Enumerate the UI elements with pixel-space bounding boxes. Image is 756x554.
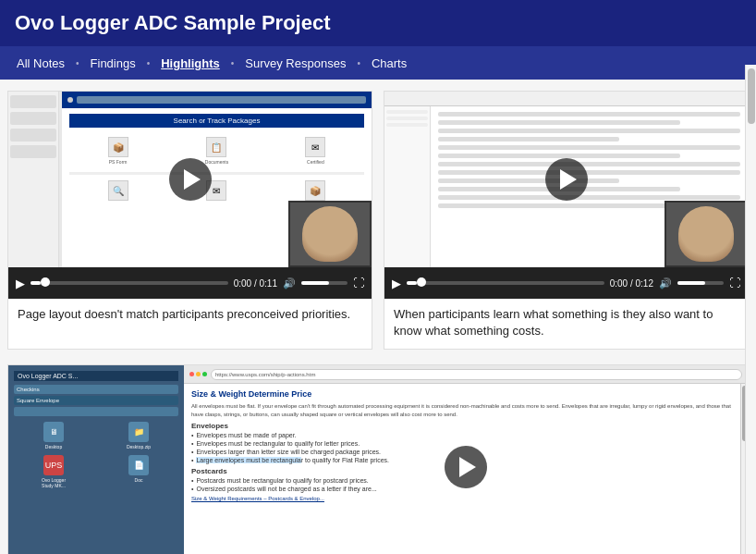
ctrl-progress-fill-2: [407, 281, 417, 285]
bc-subtitle-envelopes: Envelopes: [191, 422, 740, 430]
mock-search-bar: Search or Track Packages: [69, 114, 364, 128]
m2-line-6: [438, 154, 680, 158]
desktop-icon-1: 🖥 Desktop: [14, 422, 93, 449]
nav-findings[interactable]: Findings: [81, 49, 145, 78]
video-thumbnail-wide[interactable]: Ovo Logger ADC S... Checkins Square Enve…: [8, 365, 748, 554]
ctrl-volume-icon-2[interactable]: 🔊: [659, 277, 672, 289]
desktop-icon-2: 📁 Desktop.zip: [99, 422, 178, 449]
browser-url-text: https://www.usps.com/ship/p-actions.htm: [215, 372, 315, 377]
m2-line-7: [438, 162, 740, 166]
mock-icon-lbl-2: Documents: [205, 159, 228, 165]
nav-highlights[interactable]: Highlights: [152, 49, 229, 78]
mock2-header-bar: [384, 92, 748, 106]
video-thumbnail-2[interactable]: [384, 92, 748, 267]
ctrl-volume-icon-1[interactable]: 🔊: [283, 277, 296, 289]
video-card-1: Search or Track Packages 📦 PS Form 📋 Doc…: [7, 91, 372, 350]
webcam-face-1: [302, 206, 358, 262]
mock-icon-img-1: 📦: [108, 137, 128, 157]
desktop-app-title: Ovo Logger ADC S...: [14, 371, 178, 381]
ctrl-progress-bg-1[interactable]: [30, 281, 228, 285]
m2-line-11: [438, 195, 740, 200]
mock-icon-1: 📦 PS Form: [108, 137, 128, 165]
ctrl-progress-fill-1: [30, 281, 41, 285]
desktop-icon-3: UPS Ovo LoggerStudy MK...: [14, 455, 93, 488]
video-controls-2: ▶ 0:00 / 0:12 🔊 ⛶: [384, 267, 748, 299]
sidebar-item-2: [10, 112, 56, 125]
ctrl-progress-bg-2[interactable]: [407, 281, 604, 285]
mock-box: 📦: [305, 180, 325, 201]
m2-sidebar-l2: [386, 117, 428, 120]
ctrl-fullscreen-1[interactable]: ⛶: [353, 277, 364, 289]
bc-para-1: All envelopes must be flat. If your enve…: [191, 402, 740, 418]
desktop-icon-grid: 🖥 Desktop 📁 Desktop.zip UPS Ovo LoggerSt…: [14, 422, 178, 488]
browser-window: https://www.usps.com/ship/p-actions.htm …: [184, 365, 748, 554]
ctrl-volume-fill-2: [677, 281, 705, 285]
nav-dot-3: •: [229, 58, 237, 68]
m2-sidebar-l3: [386, 123, 428, 127]
page-scrollbar[interactable]: [745, 65, 756, 554]
video-caption-1: Page layout doesn't match participants p…: [8, 299, 372, 332]
nav-all-notes[interactable]: All Notes: [7, 49, 74, 78]
browser-dot-max: [202, 372, 207, 376]
nav-dot-1: •: [74, 58, 81, 68]
nav-dot-4: •: [355, 58, 362, 68]
bc-highlight: Large envelopes must be rectangula: [196, 457, 300, 463]
play-button-wide[interactable]: [445, 446, 487, 488]
app-btn-checkins: Checkins: [14, 385, 178, 394]
desktop-icon-lbl-2: Desktop.zip: [127, 444, 151, 449]
app-btn-square: Square Envelope: [14, 396, 178, 405]
desktop-icon-img-2: 📁: [128, 422, 149, 442]
desktop-icon-img-3: UPS: [43, 455, 64, 475]
mock-icon-img-3: ✉: [305, 137, 325, 157]
ctrl-fullscreen-2[interactable]: ⛶: [729, 277, 740, 289]
mock-icon-img-2: 📋: [206, 137, 226, 157]
webcam-inset-1: [288, 201, 372, 267]
ctrl-progress-dot-2: [417, 277, 426, 287]
navbar: All Notes • Findings • Highlights • Surv…: [0, 46, 756, 80]
bc-page-title: Size & Weight Determine Price: [191, 389, 740, 399]
page-header: Ovo Logger ADC Sample Project: [0, 0, 756, 46]
video-thumbnail-1[interactable]: Search or Track Packages 📦 PS Form 📋 Doc…: [8, 92, 372, 267]
mock-urlbar: [77, 96, 366, 104]
m2-line-3: [438, 129, 740, 133]
nav-survey[interactable]: Survey Responses: [236, 49, 355, 78]
ctrl-play-1[interactable]: ▶: [16, 277, 25, 290]
play-button-2[interactable]: [545, 158, 588, 201]
video-card-wide: Ovo Logger ADC S... Checkins Square Enve…: [7, 364, 749, 554]
mock-icon-2: 📋 Documents: [205, 137, 228, 165]
nav-dot-2: •: [145, 58, 152, 68]
mock-header-bar: [62, 92, 372, 108]
desktop-screenshot: Ovo Logger ADC S... Checkins Square Enve…: [8, 365, 184, 554]
m2-line-2: [438, 120, 680, 125]
desktop-icon-lbl-4: Doc: [135, 477, 143, 483]
desktop-icon-img-1: 🖥: [43, 422, 64, 442]
ctrl-volume-bg-1[interactable]: [301, 281, 348, 285]
m2-line-4: [438, 137, 619, 142]
nav-charts[interactable]: Charts: [362, 49, 416, 78]
ctrl-play-2[interactable]: ▶: [392, 277, 401, 290]
play-button-1[interactable]: [169, 158, 212, 201]
sidebar-item-4: [10, 145, 56, 158]
m2-line-12: [438, 203, 680, 208]
mock-icon-lbl-1: PS Form: [109, 159, 128, 165]
sidebar-item-1: [10, 95, 56, 108]
mock-dot-r: [67, 97, 73, 103]
ctrl-time-1: 0:00 / 0:11: [234, 278, 277, 289]
browser-dots: [189, 372, 207, 376]
ctrl-progress-dot-1: [41, 277, 50, 287]
browser-bar: https://www.usps.com/ship/p-actions.htm: [184, 365, 748, 384]
video-controls-1: ▶ 0:00 / 0:11 🔊 ⛶: [8, 267, 372, 299]
bc-footer-link[interactable]: Size & Weight Requirements – Postcards &…: [191, 496, 740, 501]
m2-line-8: [438, 170, 740, 175]
mock-bottom-icons: 🔍 ✉ 📦: [69, 179, 364, 203]
desktop-icon-img-4: 📄: [128, 455, 149, 475]
content-area: Search or Track Packages 📦 PS Form 📋 Doc…: [0, 80, 756, 554]
ctrl-volume-bg-2[interactable]: [677, 281, 724, 285]
video-row-top: Search or Track Packages 📦 PS Form 📋 Doc…: [7, 91, 749, 350]
desktop-icon-4: 📄 Doc: [99, 455, 178, 488]
webcam-face-2: [678, 206, 734, 262]
ctrl-volume-fill-1: [301, 281, 329, 285]
sidebar-item-3: [10, 129, 56, 142]
browser-url[interactable]: https://www.usps.com/ship/p-actions.htm: [211, 369, 742, 380]
mock-icon-row: 📦 PS Form 📋 Documents ✉: [69, 133, 364, 168]
